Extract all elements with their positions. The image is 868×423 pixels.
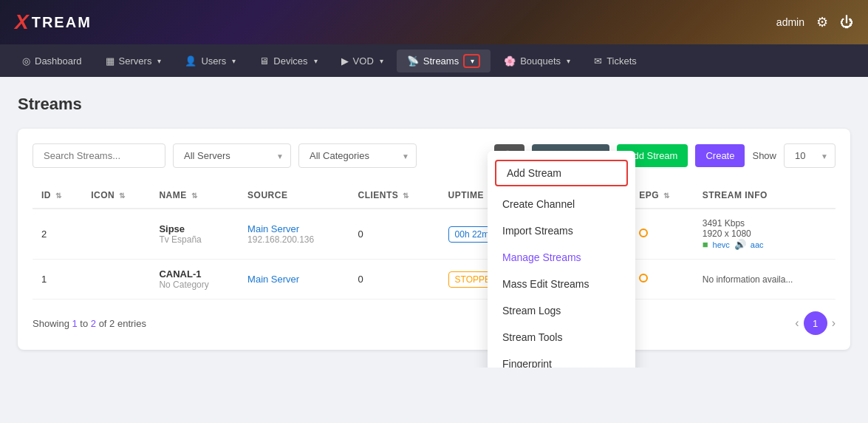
pagination-info: Showing 1 to 2 of 2 entries — [33, 318, 146, 329]
nav-item-devices[interactable]: 🖥 Devices ▾ — [249, 51, 327, 71]
table-wrap: ID ⇅ ICON ⇅ NAME ⇅ SOURCE CLIENTS ⇅ UPTI… — [33, 183, 835, 300]
col-clients: CLIENTS ⇅ — [349, 183, 440, 209]
nav-item-dashboard[interactable]: ◎ Dashboard — [12, 51, 92, 71]
page-title: Streams — [18, 95, 850, 114]
nav-label-users: Users — [201, 55, 226, 67]
row1-source-name[interactable]: Main Server — [247, 223, 340, 234]
dropdown-stream-logs[interactable]: Stream Logs — [488, 297, 635, 324]
vod-caret-icon: ▾ — [380, 57, 383, 65]
bouquets-caret-icon: ▾ — [567, 57, 570, 65]
all-servers-wrapper: All Servers — [173, 143, 291, 168]
dropdown-create-channel[interactable]: Create Channel — [488, 191, 635, 217]
name-sort-icon[interactable]: ⇅ — [191, 192, 198, 200]
logo-x: X — [15, 10, 29, 34]
tickets-icon: ✉ — [594, 55, 602, 67]
row1-audio-codec: aac — [751, 240, 764, 249]
servers-icon: ▦ — [106, 55, 115, 67]
logo-tream: TREAM — [32, 14, 92, 31]
row1-audio-indicator: 🔊 — [734, 239, 746, 250]
row2-source-cell: Main Server — [239, 260, 349, 300]
header-right: admin ⚙ ⏻ — [776, 14, 853, 30]
nav-label-dashboard: Dashboard — [35, 55, 82, 67]
nav: ◎ Dashboard ▦ Servers ▾ 👤 Users ▾ 🖥 Devi… — [0, 44, 868, 77]
pagination-link-1[interactable]: 1 — [72, 318, 77, 329]
row2-id: 1 — [33, 260, 82, 300]
users-caret-icon: ▾ — [232, 57, 236, 65]
streams-dropdown-box[interactable]: ▾ — [463, 54, 480, 68]
row1-stream-name: Sipse — [159, 223, 230, 234]
epg-sort-icon[interactable]: ⇅ — [663, 192, 670, 200]
pagination-link-2[interactable]: 2 — [91, 318, 96, 329]
nav-label-streams: Streams — [423, 55, 459, 67]
nav-label-tickets: Tickets — [606, 55, 637, 67]
dropdown-fingerprint[interactable]: Fingerprint — [488, 351, 635, 368]
row1-res: 1920 x 1080 — [703, 229, 827, 239]
clients-sort-icon[interactable]: ⇅ — [403, 192, 409, 200]
prev-page-button[interactable]: ‹ — [795, 317, 799, 330]
row1-source-cell: Main Server 192.168.200.136 — [239, 209, 349, 260]
col-id: ID ⇅ — [33, 183, 82, 209]
page-content: Streams All Servers All Categories 🔍 Aut… — [0, 77, 868, 368]
table-row: 2 Sipse Tv España Main Server 192.168.20… — [33, 209, 835, 260]
power-icon[interactable]: ⏻ — [840, 15, 853, 30]
nav-label-devices: Devices — [273, 55, 307, 67]
table-header-row: ID ⇅ ICON ⇅ NAME ⇅ SOURCE CLIENTS ⇅ UPTI… — [33, 183, 835, 209]
devices-caret-icon: ▾ — [314, 57, 318, 65]
row1-epg — [630, 209, 693, 260]
row2-epg — [630, 260, 693, 300]
col-name: NAME ⇅ — [150, 183, 239, 209]
col-stream-info: STREAM INFO — [694, 183, 835, 209]
col-icon: ICON ⇅ — [82, 183, 150, 209]
nav-label-bouquets: Bouquets — [520, 55, 561, 67]
vod-icon: ▶ — [341, 55, 349, 67]
nav-item-streams[interactable]: 📡 Streams ▾ — [397, 50, 491, 72]
row1-kbps: 3491 Kbps — [703, 218, 827, 229]
row2-source-name[interactable]: Main Server — [247, 274, 340, 285]
row1-icon — [82, 209, 150, 260]
table-row: 1 CANAL-1 No Category Main Server 0 STOP… — [33, 260, 835, 300]
nav-item-tickets[interactable]: ✉ Tickets — [584, 51, 647, 71]
row1-name-cell: Sipse Tv España — [150, 209, 239, 260]
row1-stream-info: 3491 Kbps 1920 x 1080 ■ hevc 🔊 aac — [694, 209, 835, 260]
dropdown-manage-streams[interactable]: Manage Streams — [488, 244, 635, 271]
nav-item-vod[interactable]: ▶ VOD ▾ — [331, 51, 394, 71]
settings-icon[interactable]: ⚙ — [816, 14, 828, 30]
dropdown-add-stream[interactable]: Add Stream — [495, 160, 628, 186]
row1-video-indicator: ■ — [703, 239, 708, 250]
row1-epg-status — [639, 229, 648, 237]
dropdown-import-streams[interactable]: Import Streams — [488, 217, 635, 244]
streams-caret-icon: ▾ — [471, 57, 474, 65]
streams-icon: 📡 — [407, 55, 419, 67]
all-categories-wrapper: All Categories — [298, 143, 417, 168]
col-epg: EPG ⇅ — [630, 183, 693, 209]
search-input[interactable] — [33, 143, 165, 168]
nav-label-servers: Servers — [119, 55, 152, 67]
pagination-controls: ‹ 1 › — [795, 311, 835, 335]
dashboard-icon: ◎ — [22, 55, 30, 67]
page-1-button[interactable]: 1 — [804, 311, 827, 335]
all-categories-select[interactable]: All Categories — [298, 143, 417, 168]
show-count-wrapper: 10 25 50 — [784, 143, 835, 168]
icon-sort-icon[interactable]: ⇅ — [119, 192, 126, 200]
show-count-select[interactable]: 10 25 50 — [784, 143, 835, 168]
id-sort-icon[interactable]: ⇅ — [55, 192, 62, 200]
logo: X TREAM — [15, 10, 92, 34]
bouquets-icon: 🌸 — [504, 55, 516, 67]
dropdown-mass-edit[interactable]: Mass Edit Streams — [488, 271, 635, 297]
nav-item-users[interactable]: 👤 Users ▾ — [174, 51, 246, 71]
create-button[interactable]: Create — [695, 144, 745, 167]
row1-id: 2 — [33, 209, 82, 260]
show-label: Show — [752, 150, 776, 161]
dropdown-stream-tools[interactable]: Stream Tools — [488, 324, 635, 351]
col-source: SOURCE — [239, 183, 349, 209]
next-page-button[interactable]: › — [832, 317, 835, 330]
nav-item-servers[interactable]: ▦ Servers ▾ — [95, 51, 172, 71]
all-servers-select[interactable]: All Servers — [173, 143, 291, 168]
row2-epg-status — [639, 274, 648, 282]
nav-item-bouquets[interactable]: 🌸 Bouquets ▾ — [493, 51, 581, 71]
row2-no-info: No information availa... — [703, 274, 827, 285]
nav-label-vod: VOD — [353, 55, 374, 67]
toolbar: All Servers All Categories 🔍 Auto-Refres… — [33, 143, 835, 168]
devices-icon: 🖥 — [259, 55, 269, 67]
streams-table: ID ⇅ ICON ⇅ NAME ⇅ SOURCE CLIENTS ⇅ UPTI… — [33, 183, 835, 300]
